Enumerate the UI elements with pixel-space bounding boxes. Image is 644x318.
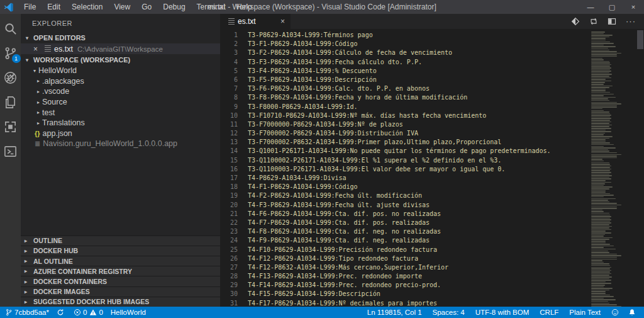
collapsed-panel-header[interactable]: ▸ DOCKER HUB — [21, 246, 220, 256]
code-line[interactable]: 14 T3-Q1001-P26171-A1034-L999:No puede q… — [220, 147, 591, 156]
collapsed-panel-header[interactable]: ▸ DOCKER CONTAINERS — [21, 276, 220, 286]
maximize-icon[interactable]: ▢ — [601, 0, 623, 14]
explorer-pages-icon[interactable] — [3, 94, 18, 110]
code-line[interactable]: 5 T3-F4-P8629-A1034-L999:% Descuento — [220, 67, 591, 76]
tree-item[interactable]: ▸ test — [21, 107, 220, 118]
menu-item[interactable]: Debug — [157, 0, 191, 14]
tree-item[interactable]: ▸ .vscode — [21, 86, 220, 97]
tree-item[interactable]: ▸ Translations — [21, 118, 220, 128]
line-text: T3-Q1100003-P26171-A1034-L999:El valor d… — [248, 165, 505, 174]
minimap-line — [591, 232, 611, 234]
menu-item[interactable]: Go — [136, 0, 157, 14]
tree-chevron-icon: ▸ — [37, 110, 40, 115]
code-line[interactable]: 2 T3-F1-P8629-A1034-L999:Código — [220, 40, 591, 48]
collapsed-panel-header[interactable]: ▸ DOCKER IMAGES — [21, 287, 220, 297]
tab-es-txt[interactable]: es.txt × — [220, 14, 291, 29]
minimap-line — [591, 118, 611, 119]
powershell-icon[interactable] — [3, 144, 18, 159]
sync-status[interactable] — [57, 309, 66, 316]
code-line[interactable]: 24 T4-F9-P8629-A1034-L999:Cta. dif. neg.… — [220, 236, 591, 245]
code-line[interactable]: 1 T3-P8629-A1034-L999:Términos pago — [220, 31, 591, 40]
code-line[interactable]: 10 T3-F10710-P8629-A1034-L999:Nº máx. dí… — [220, 111, 591, 120]
line-text: T4-F17-P8629-A1034-L999:Nº decimales par… — [248, 299, 437, 307]
more-actions-icon[interactable]: ··· — [626, 18, 636, 25]
code-line[interactable]: 17 T4-P8629-A1034-L999:Divisa — [220, 174, 591, 183]
minimap-line — [591, 90, 606, 91]
code-line[interactable]: 30 T4-F15-P8629-A1034-L999:Descripción — [220, 290, 591, 298]
code-line[interactable]: 4 T3-F3-P8629-A1034-L999:Fecha cálculo d… — [220, 58, 591, 67]
project-status[interactable]: HelloWorld — [111, 309, 146, 316]
code-line[interactable]: 7 T3-F6-P8629-A1034-L999:Calc. dto. P.P.… — [220, 84, 591, 93]
open-editor-item[interactable]: × es.txt C:\AdvaniaGIT\Workspace — [21, 43, 220, 54]
search-icon[interactable] — [3, 21, 18, 36]
code-line[interactable]: 6 T3-F5-P8629-A1034-L999:Descripción — [220, 76, 591, 84]
code-line[interactable]: 26 T4-F12-P8629-A1034-L999:Tipo redondeo… — [220, 254, 591, 263]
code-line[interactable]: 11 T3-F7000000-P8629-A1034-L999:Nº de pl… — [220, 120, 591, 129]
synchronize-icon[interactable] — [589, 17, 598, 26]
git-branch-status[interactable]: 7cbbd5aa* — [5, 309, 49, 316]
code-line[interactable]: 31 T4-F17-P8629-A1034-L999:Nº decimales … — [220, 299, 591, 307]
menu-item[interactable]: Selection — [66, 0, 108, 14]
menu-item[interactable]: Edit — [42, 0, 66, 14]
code-line[interactable]: 3 T3-F2-P8629-A1034-L999:Cálculo de fech… — [220, 48, 591, 57]
debug-icon[interactable] — [3, 70, 18, 85]
collapsed-panel-header[interactable]: ▸ AL OUTLINE — [21, 256, 220, 266]
code-line[interactable]: 9 T3-F8000-P8629-A1034-L999:Id. — [220, 103, 591, 111]
menu-item[interactable]: View — [108, 0, 136, 14]
code-line[interactable]: 25 T4-F10-P8629-A1034-L999:Precisión red… — [220, 246, 591, 254]
minimap-line — [591, 40, 606, 41]
open-editors-header[interactable]: ▾ OPEN EDITORS — [21, 32, 220, 43]
close-icon[interactable]: × — [623, 0, 644, 14]
split-editor-icon[interactable] — [608, 17, 616, 26]
code-line[interactable]: 13 T3-F7000002-P8632-A1034-L999:Primer p… — [220, 138, 591, 147]
minimap-line — [591, 247, 604, 248]
language-mode[interactable]: Plain Text — [569, 309, 601, 316]
tree-item[interactable]: ▾ HelloWorld — [21, 65, 220, 76]
tree-item[interactable]: ≣ Navision.guru_HelloWorld_1.0.0.0.app — [21, 139, 220, 149]
code-line[interactable]: 18 T4-F1-P8629-A1034-L999:Código — [220, 183, 591, 191]
open-changes-icon[interactable] — [571, 17, 580, 26]
tree-item[interactable]: ▸ .alpackages — [21, 76, 220, 87]
minimap-line — [591, 126, 609, 127]
code-line[interactable]: 16 T3-Q1100003-P26171-A1034-L999:El valo… — [220, 165, 591, 174]
minimap[interactable] — [591, 29, 636, 307]
vertical-scrollbar[interactable] — [636, 29, 644, 307]
close-editor-icon[interactable]: × — [33, 45, 42, 54]
minimap-line — [591, 53, 621, 54]
source-control-icon[interactable]: 1 — [3, 45, 18, 60]
tree-item[interactable]: ▸ Source — [21, 97, 220, 108]
workspace-header[interactable]: ▾ WORKSPACE (WORKSPACE) — [21, 54, 220, 65]
tree-item[interactable]: {} app.json — [21, 128, 220, 139]
code-line[interactable]: 28 T4-F13-P8629-A1034-L999:Prec. redonde… — [220, 272, 591, 281]
code-line[interactable]: 21 T4-F6-P8629-A1034-L999:Cta. dif. pos.… — [220, 210, 591, 219]
code-line[interactable]: 22 T4-F7-P8629-A1034-L999:Cta. dif. pos.… — [220, 219, 591, 227]
menu-item[interactable]: File — [18, 0, 42, 14]
collapsed-panel-header[interactable]: ▸ AZURE CONTAINER REGISTRY — [21, 266, 220, 276]
code-line[interactable]: 19 T4-F2-P8629-A1034-L999:Fecha últ. mod… — [220, 191, 591, 200]
feedback-smiley-icon[interactable] — [611, 309, 621, 316]
extensions-icon[interactable] — [3, 119, 18, 134]
code-line[interactable]: 29 T4-F14-P8629-A1034-L999:Prec. redonde… — [220, 281, 591, 290]
code-line[interactable]: 23 T4-F8-P8629-A1034-L999:Cta. dif. neg.… — [220, 227, 591, 236]
code-line[interactable]: 8 T3-F8-P8629-A1034-L999:Fecha y hora de… — [220, 93, 591, 102]
code-area[interactable]: 1 T3-P8629-A1034-L999:Términos pago 2 T3… — [220, 29, 591, 307]
collapsed-panel-header[interactable]: ▸ OUTLINE — [21, 236, 220, 246]
collapsed-panel-header[interactable]: ▸ SUGGESTED DOCKER HUB IMAGES — [21, 297, 220, 307]
line-number: 19 — [220, 191, 248, 200]
code-line[interactable]: 20 T4-F3-P8629-A1034-L999:Fecha últ. aju… — [220, 201, 591, 210]
chevron-right-icon: ▸ — [25, 279, 31, 285]
tab-close-icon[interactable]: × — [277, 17, 285, 26]
problems-status[interactable]: 0 0 — [74, 309, 103, 316]
eol-status[interactable]: CRLF — [540, 309, 558, 316]
minimap-line — [591, 303, 609, 304]
line-number: 8 — [220, 93, 248, 102]
notifications-bell-icon[interactable] — [628, 309, 638, 316]
code-line[interactable]: 15 T3-Q1100002-P26171-A1034-L999:El %1 s… — [220, 156, 591, 165]
scrollbar-slider[interactable] — [637, 30, 643, 49]
encoding-status[interactable]: UTF-8 with BOM — [475, 309, 530, 316]
indentation-status[interactable]: Spaces: 4 — [433, 309, 465, 316]
minimize-icon[interactable]: — — [580, 0, 601, 14]
code-line[interactable]: 12 T3-F7000002-P8629-A1034-L999:Distribu… — [220, 129, 591, 138]
cursor-position[interactable]: Ln 119815, Col 1 — [367, 309, 422, 316]
code-line[interactable]: 27 T4-F12-P8632-A1034-L999:Más cercano,S… — [220, 263, 591, 272]
